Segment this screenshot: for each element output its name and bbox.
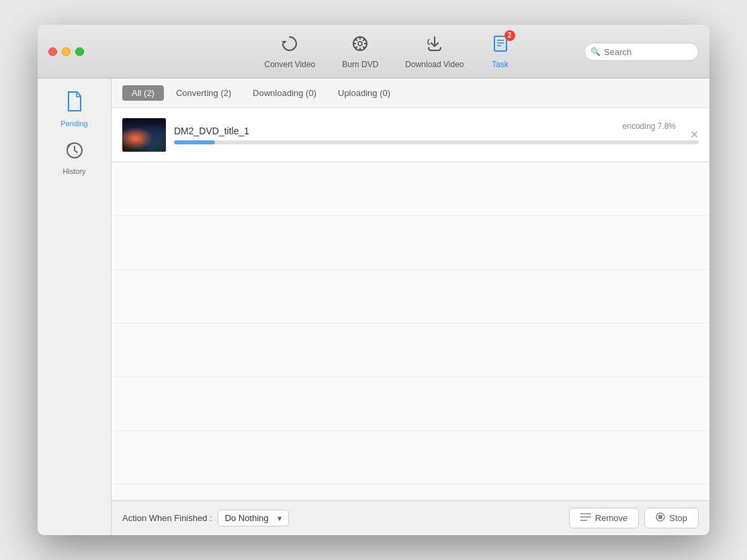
task-status: encoding 7.8% [623, 122, 676, 131]
action-label: Action When Finished : [122, 513, 212, 523]
empty-row-4 [112, 324, 709, 377]
toolbar-item-burn-dvd[interactable]: Burn DVD [328, 30, 392, 73]
tab-all[interactable]: All (2) [122, 85, 164, 101]
task-badge: 2 [504, 30, 515, 41]
empty-row-7 [112, 485, 709, 500]
fullscreen-button[interactable] [75, 47, 84, 56]
toolbar-item-task[interactable]: 2 Task [478, 30, 523, 73]
empty-row-1 [112, 162, 709, 216]
task-thumbnail [122, 118, 166, 152]
sidebar-item-history[interactable]: History [48, 136, 101, 181]
toolbar-label-convert-video: Convert Video [264, 60, 315, 69]
remove-icon [580, 512, 591, 524]
svg-line-7 [355, 39, 357, 41]
sidebar-label-history: History [62, 167, 85, 175]
bottom-bar: Action When Finished : Do Nothing Shut D… [112, 500, 709, 535]
titlebar: Convert Video [38, 25, 709, 79]
task-info: DM2_DVD_title_1 [174, 126, 699, 144]
svg-rect-21 [658, 515, 662, 519]
svg-line-9 [363, 39, 365, 41]
action-select[interactable]: Do Nothing Shut Down Sleep Quit [218, 510, 289, 526]
task-icon: 2 [491, 34, 510, 57]
task-close-button[interactable]: ✕ [690, 130, 699, 140]
content-area: All (2) Converting (2) Downloading (0) U… [112, 79, 709, 535]
svg-line-10 [355, 46, 357, 48]
empty-row-6 [112, 431, 709, 485]
empty-row-2 [112, 216, 709, 270]
toolbar-item-download-video[interactable]: Download Video [392, 30, 477, 73]
stop-button[interactable]: Stop [644, 508, 699, 528]
task-list: DM2_DVD_title_1 encoding 7.8% ✕ [112, 108, 709, 500]
history-icon [65, 141, 84, 165]
svg-point-2 [358, 42, 362, 46]
app-window: Convert Video [38, 25, 709, 535]
search-input[interactable] [584, 42, 699, 60]
task-progress-row [174, 140, 699, 144]
close-button[interactable] [48, 47, 57, 56]
svg-rect-11 [494, 36, 507, 51]
remove-button[interactable]: Remove [569, 508, 639, 528]
empty-row-3 [112, 270, 709, 324]
task-name: DM2_DVD_title_1 [174, 126, 699, 136]
toolbar-label-download-video: Download Video [405, 60, 464, 69]
convert-video-icon [280, 34, 299, 57]
sidebar-label-pending: Pending [60, 120, 87, 128]
toolbar-label-task: Task [492, 60, 509, 69]
tab-downloading[interactable]: Downloading (0) [243, 85, 326, 101]
tab-converting[interactable]: Converting (2) [167, 85, 240, 101]
search-box: 🔍 [584, 42, 699, 60]
tab-uploading[interactable]: Uploading (0) [328, 85, 400, 101]
remove-label: Remove [595, 513, 627, 523]
sidebar-item-pending[interactable]: Pending [48, 85, 101, 133]
btn-group: Remove Stop [569, 508, 699, 528]
empty-row-5 [112, 377, 709, 431]
progress-bar-background [174, 140, 699, 144]
progress-bar-fill [174, 140, 215, 144]
traffic-lights [48, 47, 84, 56]
stop-icon [656, 512, 665, 524]
download-video-icon [425, 34, 444, 57]
search-icon: 🔍 [590, 47, 601, 56]
pending-icon [65, 91, 84, 117]
burn-dvd-icon [351, 34, 369, 57]
tabs-bar: All (2) Converting (2) Downloading (0) U… [112, 79, 709, 108]
task-item-wrapper: DM2_DVD_title_1 encoding 7.8% ✕ [112, 108, 709, 162]
toolbar-label-burn-dvd: Burn DVD [342, 60, 378, 69]
toolbar-item-convert-video[interactable]: Convert Video [251, 30, 328, 73]
task-item: DM2_DVD_title_1 [112, 108, 709, 162]
sidebar: Pending History [38, 79, 112, 535]
stop-label: Stop [669, 513, 687, 523]
minimize-button[interactable] [62, 47, 71, 56]
action-group: Action When Finished : Do Nothing Shut D… [122, 510, 289, 526]
main-content: Pending History All (2) Convertin [38, 79, 709, 535]
svg-line-8 [363, 46, 365, 48]
select-wrapper: Do Nothing Shut Down Sleep Quit ▼ [218, 510, 289, 526]
